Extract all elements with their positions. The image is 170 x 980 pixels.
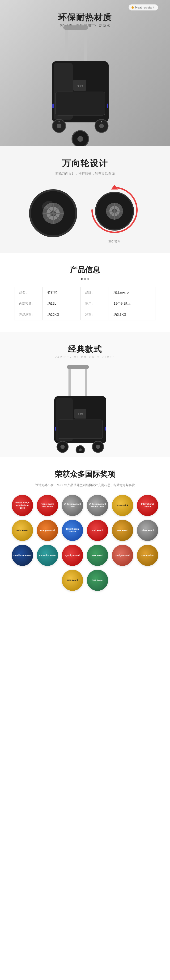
wheel-right-svg: [87, 183, 142, 237]
award-label: Innovation Award: [38, 554, 56, 557]
value-brand: 瑞士m-cro: [109, 287, 156, 298]
heat-resistant-badge: Heat resistant: [128, 4, 158, 11]
award-label: Excellence Award: [13, 554, 31, 557]
award-label: LFA Award: [67, 579, 78, 582]
classic-product-image: m-cro: [35, 363, 135, 453]
award-label: Blue Ribbon Award: [63, 528, 82, 533]
hero-title: 环保耐热材质: [0, 12, 170, 23]
award-badge: Quality Award: [62, 545, 83, 566]
award-label: GUT Award: [92, 579, 103, 582]
award-label: TOY Award: [92, 554, 103, 557]
label-net-weight: 净重：: [80, 309, 109, 320]
svg-point-13: [77, 136, 83, 142]
svg-rect-14: [53, 103, 54, 108]
label-name: 品名：: [14, 287, 43, 298]
wheel-left-svg: [28, 189, 78, 238]
award-badge: Excellence Award: [12, 545, 33, 566]
award-badge: reddot award 2014 winner: [37, 495, 58, 516]
award-badge: Innovation Award: [37, 545, 58, 566]
svg-rect-7: [56, 92, 105, 115]
award-badge: Best Product: [137, 545, 158, 566]
award-label: reddot award 2014 winner: [38, 503, 57, 508]
hero-section: Heat resistant 环保耐热材质 PP外壳，坚固耐用可生活防水 m-c…: [0, 0, 170, 146]
award-label: ★ Award ★: [117, 504, 128, 507]
award-badge: Orange Award: [37, 520, 58, 541]
svg-point-52: [79, 449, 82, 451]
value-net-weight: 约3.8KG: [109, 309, 156, 320]
wheel-section: 万向轮设计 前轮万向设计，推行顺畅，转弯灵活自如: [0, 146, 170, 253]
award-badge: Silver Award: [137, 520, 158, 541]
label-brand: 品牌：: [80, 287, 109, 298]
svg-rect-45: [55, 427, 56, 431]
dot-3[interactable]: [87, 278, 89, 280]
table-row: 产品承重： 约20KG 净重： 约3.8KG: [14, 309, 156, 320]
value-capacity: 约18L: [43, 298, 80, 309]
classic-luggage-svg: m-cro: [35, 363, 135, 453]
award-badge: iF Design Award Winner 2002: [87, 495, 108, 516]
award-badge: Gold Award: [12, 520, 33, 541]
award-label: Silver Award: [141, 529, 154, 532]
svg-rect-15: [107, 103, 108, 108]
svg-rect-2: [63, 25, 88, 30]
svg-point-9: [57, 124, 61, 128]
svg-rect-44: [58, 420, 103, 439]
heat-dot: [132, 6, 134, 9]
wheel-images-container: 360°转向: [0, 183, 170, 243]
award-label: Orange Award: [40, 529, 55, 532]
label-weight-capacity: 产品承重：: [14, 309, 43, 320]
value-weight-capacity: 约20KG: [43, 309, 80, 320]
award-label: reddot design award winner 2009: [13, 501, 32, 510]
svg-point-50: [96, 445, 100, 449]
svg-text:m-cro: m-cro: [78, 413, 83, 415]
award-label: Gold Award: [16, 529, 28, 532]
award-badge: TOY Award: [87, 545, 108, 566]
award-badge: Design Award: [112, 545, 133, 566]
award-badge: Blue Ribbon Award: [62, 520, 83, 541]
awards-subtitle: 设计无处不在，M-CRO产品从外型到结构设计充满巧思，备受肯定与喜爱: [35, 482, 135, 488]
wheel-left: [28, 189, 78, 238]
product-info-section: 产品信息 品名： 骑行箱 品牌： 瑞士m-cro 内部容量： 约18L 适用： …: [0, 253, 170, 332]
classic-title: 经典款式: [68, 344, 102, 355]
svg-text:m-cro: m-cro: [77, 84, 83, 87]
table-row: 品名： 骑行箱 品牌： 瑞士m-cro: [14, 287, 156, 298]
award-label: TOP Award: [117, 529, 128, 532]
dot-1[interactable]: [81, 278, 83, 280]
awards-grid: reddot design award winner 2009 reddot a…: [10, 495, 160, 591]
carousel-dots: [81, 278, 89, 280]
heat-badge-label: Heat resistant: [135, 6, 154, 9]
award-label: iF Design Award Winner 2002: [88, 503, 107, 508]
award-label: International Award: [138, 503, 157, 508]
product-info-title: 产品信息: [70, 265, 100, 275]
award-badge: International Award: [137, 495, 158, 516]
awards-section: 荣获众多国际奖项 设计无处不在，M-CRO产品从外型到结构设计充满巧思，备受肯定…: [0, 457, 170, 600]
wheel-subtitle: 前轮万向设计，推行顺畅，转弯灵活自如: [55, 172, 115, 176]
classic-section: 经典款式 VARIETY OF COLOR CHOICES m-cro: [0, 332, 170, 457]
hero-product-image: m-cro: [28, 24, 142, 146]
award-label: Design Award: [115, 554, 130, 557]
rotation-label: 360°转向: [108, 239, 121, 243]
product-info-table: 品名： 骑行箱 品牌： 瑞士m-cro 内部容量： 约18L 适用： 18个月以…: [14, 287, 156, 320]
wheel-title: 万向轮设计: [62, 158, 108, 169]
award-badge: LFA Award: [62, 570, 83, 591]
svg-point-11: [99, 124, 104, 128]
award-badge: GUT Award: [87, 570, 108, 591]
dot-2[interactable]: [84, 278, 86, 280]
award-label: Quality Award: [66, 554, 80, 557]
award-label: Best Product: [141, 554, 154, 557]
luggage-svg: m-cro: [28, 24, 142, 146]
svg-rect-39: [67, 365, 89, 369]
award-badge: reddot design award winner 2009: [12, 495, 33, 516]
award-badge: iF Design Award 2001: [62, 495, 83, 516]
award-badge: Red Award: [87, 520, 108, 541]
classic-subtitle: VARIETY OF COLOR CHOICES: [55, 356, 115, 358]
award-label: iF Design Award 2001: [63, 503, 82, 508]
svg-point-48: [61, 445, 65, 449]
value-age: 18个月以上: [109, 298, 156, 309]
award-badge: TOP Award: [112, 520, 133, 541]
svg-rect-46: [104, 427, 106, 431]
award-badge: ★ Award ★: [112, 495, 133, 516]
awards-title: 荣获众多国际奖项: [55, 469, 115, 479]
value-name: 骑行箱: [43, 287, 80, 298]
wheel-right: 360°转向: [87, 183, 142, 243]
award-label: Red Award: [92, 529, 103, 532]
